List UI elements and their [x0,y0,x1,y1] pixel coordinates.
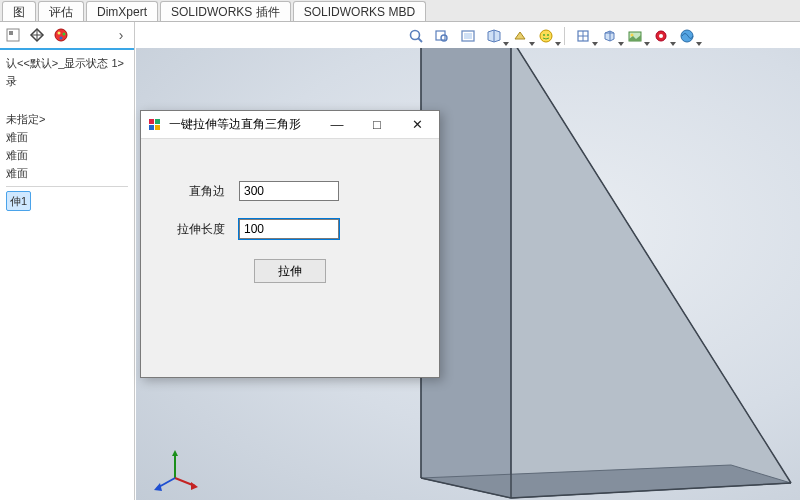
orientation-triad-icon [151,446,199,494]
extrude-triangle-dialog: 一键拉伸等边直角三角形 — □ ✕ 直角边 拉伸长度 拉伸 [140,110,440,378]
zoom-area-icon[interactable] [431,25,453,47]
right-angle-side-label: 直角边 [159,183,239,200]
appearance-tab-icon[interactable] [52,26,70,44]
svg-marker-36 [191,482,198,490]
svg-rect-39 [149,119,154,124]
tree-plane-node[interactable]: 难面 [6,128,128,146]
svg-rect-18 [9,31,13,35]
extrude-length-input[interactable] [239,219,339,239]
panel-tab-row: › [0,22,134,50]
svg-point-7 [543,34,545,36]
svg-marker-34 [172,450,178,456]
tab-dimxpert[interactable]: DimXpert [86,1,158,21]
feature-tree-tab-icon[interactable] [4,26,22,44]
heads-up-toolbar [405,23,796,49]
hide-show-icon[interactable] [535,25,557,47]
svg-point-6 [540,30,552,42]
extrude-button[interactable]: 拉伸 [254,259,326,283]
panel-expand-icon[interactable]: › [112,26,130,44]
svg-line-1 [418,38,422,42]
svg-rect-40 [155,119,160,124]
dialog-body: 直角边 拉伸长度 拉伸 [141,139,439,307]
tree-divider [6,186,128,187]
dialog-titlebar[interactable]: 一键拉伸等边直角三角形 — □ ✕ [141,111,439,139]
svg-marker-26 [511,48,791,498]
dialog-title-text: 一键拉伸等边直角三角形 [169,116,301,133]
section-view-icon[interactable] [483,25,505,47]
view-settings-icon[interactable] [650,25,672,47]
view-orientation-icon[interactable] [572,25,594,47]
svg-point-24 [60,37,63,40]
svg-point-23 [63,33,66,36]
svg-rect-5 [464,33,472,39]
tree-plane-node[interactable]: 难面 [6,146,128,164]
svg-point-22 [58,32,61,35]
apply-scene-icon[interactable] [624,25,646,47]
svg-point-15 [659,34,663,38]
feature-tree: 认<<默认>_显示状态 1> 录 未指定> 难面 难面 难面 伸1 [0,50,134,215]
zoom-to-fit-icon[interactable] [405,25,427,47]
feature-manager-panel: › 认<<默认>_显示状态 1> 录 未指定> 难面 难面 难面 伸1 [0,22,135,500]
tree-plane-node[interactable]: 难面 [6,164,128,182]
toolbar-separator [564,27,565,45]
tab-view[interactable]: 图 [2,1,36,21]
edit-appearance-icon[interactable] [598,25,620,47]
svg-rect-42 [155,125,160,130]
render-tools-icon[interactable] [676,25,698,47]
extrude-length-label: 拉伸长度 [159,221,239,238]
tab-sw-addins[interactable]: SOLIDWORKS 插件 [160,1,291,21]
close-button[interactable]: ✕ [397,112,437,138]
tab-sw-mbd[interactable]: SOLIDWORKS MBD [293,1,426,21]
tab-evaluate[interactable]: 评估 [38,1,84,21]
display-style-icon[interactable] [509,25,531,47]
svg-rect-41 [149,125,154,130]
minimize-button[interactable]: — [317,112,357,138]
tree-material-node[interactable]: 未指定> [6,110,128,128]
right-angle-side-input[interactable] [239,181,339,201]
svg-point-16 [681,30,693,42]
dialog-app-icon [147,117,163,133]
command-manager-tabs: 图 评估 DimXpert SOLIDWORKS 插件 SOLIDWORKS M… [0,0,800,22]
tree-history-node[interactable]: 录 [6,72,128,90]
tree-config-node[interactable]: 认<<默认>_显示状态 1> [6,54,128,72]
svg-marker-38 [154,483,162,491]
previous-view-icon[interactable] [457,25,479,47]
svg-point-8 [547,34,549,36]
maximize-button[interactable]: □ [357,112,397,138]
property-tab-icon[interactable] [28,26,46,44]
tree-extrude-feature[interactable]: 伸1 [6,191,128,211]
